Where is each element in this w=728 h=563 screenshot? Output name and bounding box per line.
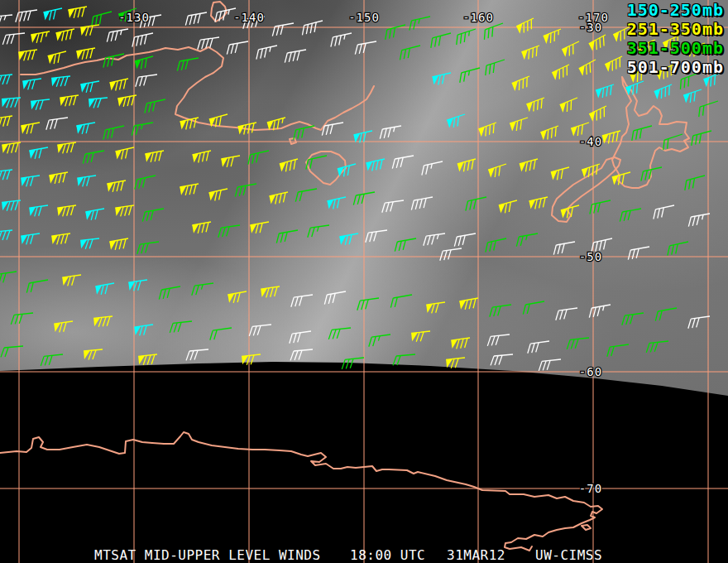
wind-barb-green [392, 354, 416, 365]
wind-barb-yellow [411, 331, 431, 342]
wind-barb-white [422, 233, 446, 246]
wind-barb-green [208, 328, 232, 340]
wind-barb-yellow [93, 316, 113, 327]
wind-barb-yellow [446, 358, 466, 368]
wind-barb-yellow [180, 184, 200, 196]
wind-barb-green [654, 308, 678, 321]
wind-barb-yellow [540, 126, 561, 141]
legend-entry-white: 501-700mb [627, 58, 724, 77]
wind-barb-white [390, 156, 414, 169]
wind-barb-green [143, 99, 168, 113]
wind-barb-green [618, 209, 642, 222]
legend-entry-cyan: 150-250mb [627, 1, 724, 20]
wind-barb-cyan [328, 197, 348, 210]
wind-barb-green [398, 46, 423, 60]
wind-barb-white [329, 33, 354, 47]
wind-barb-white [255, 46, 280, 60]
satellite-wind-map: -130-140-150-160-170-30-40-50-60-70 150-… [0, 0, 728, 563]
longitude-label: -140 [233, 11, 265, 24]
wind-barb-cyan [625, 81, 646, 96]
wind-barb-yellow [488, 164, 509, 179]
wind-barb-yellow [582, 164, 602, 179]
wind-barb-green [521, 301, 545, 315]
wind-barb-yellow [48, 51, 69, 65]
wind-barb-yellow [512, 76, 533, 92]
wind-barb-yellow [459, 298, 480, 310]
wind-barb-green [294, 189, 318, 202]
wind-barb-yellow [110, 79, 131, 92]
wind-barb-yellow [520, 159, 540, 173]
wind-barb-green [606, 344, 630, 357]
wind-barb-green [682, 176, 707, 190]
wind-barb-white [687, 214, 711, 227]
wind-barb-yellow [457, 159, 478, 173]
wind-barb-yellow [521, 46, 542, 60]
map-overlay: -130-140-150-160-170-30-40-50-60-70 [0, 0, 728, 563]
wind-barb-yellow [529, 197, 550, 210]
wind-barb-green [515, 233, 539, 247]
wind-barb-cyan [2, 98, 22, 108]
wind-barb-white [526, 341, 550, 354]
wind-barb-white [45, 118, 69, 130]
wind-barb-yellow [115, 205, 135, 217]
wind-barb-white [410, 197, 433, 210]
legend-entry-green: 351-500mb [627, 39, 724, 58]
wind-barb-green [389, 295, 413, 308]
wind-barb-green [81, 151, 105, 164]
wind-barb-yellow [261, 286, 280, 298]
wind-barb-yellow [552, 65, 572, 81]
wind-barb-green [0, 346, 24, 357]
wind-barb-white [323, 291, 347, 305]
wind-barb-cyan [21, 176, 41, 187]
wind-barb-yellow [250, 222, 271, 234]
wind-barb-green [408, 17, 433, 31]
wind-barb-yellow [180, 118, 201, 131]
wind-barb-green [488, 305, 512, 317]
wind-barb-yellow [62, 275, 82, 286]
wind-barb-green [141, 209, 165, 222]
longitude-label: -150 [348, 11, 380, 24]
wind-barb-green [367, 334, 391, 347]
wind-barb-green [133, 176, 158, 190]
wind-barb-green [306, 225, 330, 238]
wind-barb-white [271, 23, 295, 36]
wind-barb-cyan [134, 325, 154, 336]
wind-barb-white [453, 233, 477, 247]
wind-barb-green [660, 134, 685, 150]
wind-barb-yellow [209, 189, 230, 202]
wind-barb-green [135, 56, 156, 70]
pressure-level-legend: 150-250mb251-350mb351-500mb501-700mb [627, 1, 724, 77]
wind-barb-yellow [221, 156, 242, 168]
wind-barb-green [588, 200, 613, 214]
wind-barb-cyan [29, 205, 49, 217]
wind-barb-green [328, 328, 352, 339]
wind-barb-white [248, 325, 272, 336]
wind-barb-white [587, 305, 611, 318]
wind-barb-cyan [76, 123, 97, 135]
wind-barb-yellow [280, 159, 300, 173]
wind-barb-cyan [339, 233, 360, 246]
wind-barb-green [247, 151, 271, 165]
wind-barb-white [687, 316, 711, 329]
wind-barb-yellow [116, 147, 136, 161]
wind-barb-white [105, 29, 129, 42]
wind-barb-green [233, 184, 257, 197]
wind-barb-green [482, 60, 507, 75]
wind-barb-yellow [21, 123, 41, 135]
wind-barb-cyan [596, 84, 616, 99]
wind-barb-green [190, 283, 214, 296]
wind-barb-green [217, 225, 241, 238]
wind-barb-cyan [0, 170, 13, 180]
wind-barb-cyan [29, 147, 50, 160]
wind-barb-yellow [57, 205, 77, 217]
wind-barb-white [652, 205, 677, 219]
wind-barb-yellow [499, 200, 520, 214]
wind-barb-cyan [80, 81, 101, 94]
wind-barb-white [2, 33, 26, 45]
wind-barb-yellow [18, 50, 38, 61]
wind-barb-white [225, 41, 249, 55]
wind-barb-yellow [589, 106, 610, 123]
wind-barb-yellow [80, 25, 100, 36]
wind-barb-white [552, 242, 576, 255]
wind-barb-green [102, 126, 127, 140]
